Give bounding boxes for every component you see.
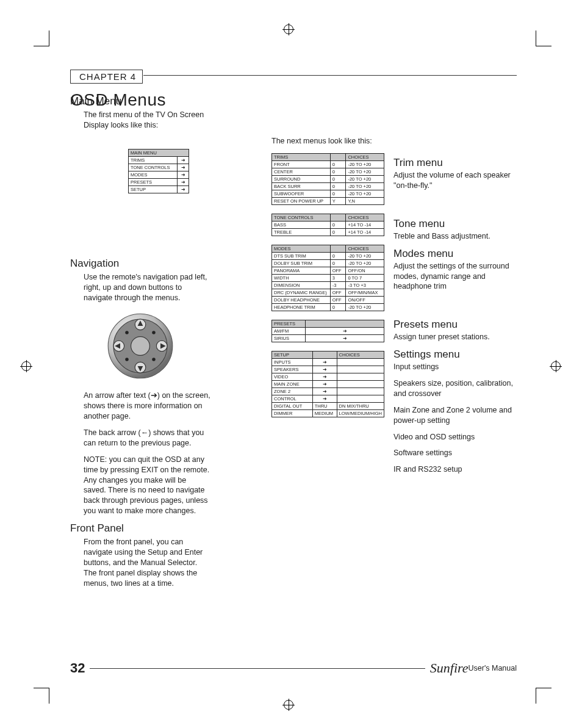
crop-mark: [34, 688, 49, 704]
svg-point-11: [125, 331, 129, 335]
settings-menu-heading: Settings menu: [393, 348, 516, 361]
navigation-heading: Navigation: [70, 258, 210, 270]
svg-point-2: [131, 337, 150, 356]
front-panel-heading: Front Panel: [70, 522, 210, 535]
chapter-label: CHAPTER 4: [70, 70, 143, 84]
registration-mark-icon: [284, 700, 293, 710]
modes-menu-text: Adjust the settings of the surround mode…: [393, 261, 516, 292]
page-number: 32: [70, 660, 85, 676]
trim-menu-text: Adjust the volume of each speaker "on-th…: [393, 170, 516, 191]
registration-mark-icon: [21, 361, 31, 371]
trims-table: TRIMSCHOICESFRONT0-20 TO +20CENTER0-20 T…: [271, 153, 384, 205]
manual-label: User's Manual: [469, 664, 517, 672]
nav-note-exit: NOTE: you can quit the OSD at any time b…: [84, 455, 210, 516]
right-column: Trim menu Adjust the volume of each spea…: [393, 152, 516, 481]
settings-menu-item: Software settings: [393, 448, 516, 458]
front-panel-text: From the front panel, you can navigate u…: [84, 537, 210, 588]
presets-menu-text: Assign tuner preset stations.: [393, 332, 516, 342]
main-menu-table: MAIN MENUTRIMS➜TONE CONTROLS➜MODES➜PRESE…: [128, 149, 189, 193]
settings-menu-list: Input settingsSpeakers size, position, c…: [393, 362, 516, 475]
settings-menu-item: Input settings: [393, 362, 516, 372]
tone-table: TONE CONTROLSCHOICESBASS0+14 TO -14TREBL…: [271, 214, 384, 236]
brand-logo: Sunfire: [430, 660, 469, 676]
trim-menu-heading: Trim menu: [393, 157, 516, 169]
settings-menu-item: Video and OSD settings: [393, 432, 516, 442]
tone-menu-text: Treble and Bass adjustment.: [393, 231, 516, 242]
chapter-row: CHAPTER 4: [70, 70, 517, 82]
content-area: CHAPTER 4 OSD Menus Main Menu The first …: [70, 70, 517, 670]
crop-mark: [536, 31, 551, 46]
settings-menu-item: IR and RS232 setup: [393, 464, 516, 475]
main-menu-text: The first menu of the TV On Screen Displ…: [84, 110, 210, 131]
crop-mark: [34, 31, 49, 46]
nav-note-back-arrow: The back arrow (←) shows that you can re…: [84, 428, 210, 449]
navigation-pad-icon: [107, 312, 174, 380]
navigation-text: Use the remote's navigation pad left, ri…: [84, 272, 210, 303]
modes-table: MODESCHOICESDTS SUB TRIM0-20 TO +20DOLBY…: [271, 245, 384, 311]
setup-table: SETUPCHOICESINPUTS➜SPEAKERS➜VIDEO➜MAIN Z…: [271, 351, 384, 417]
divider: [90, 668, 425, 669]
divider: [143, 75, 517, 76]
page-footer: 32 Sunfire User's Manual: [70, 660, 517, 676]
settings-menu-item: Main Zone and Zone 2 volume and power-up…: [393, 405, 516, 426]
main-menu-heading: Main Menu: [70, 95, 210, 107]
registration-mark-icon: [284, 24, 293, 34]
presets-table: PRESETSAM/FM➜SIRIUS➜: [271, 320, 384, 342]
settings-menu-item: Speakers size, position, calibration, an…: [393, 378, 516, 399]
nav-note-forward-arrow: An arrow after text (➔) on the screen, s…: [84, 391, 210, 422]
page: CHAPTER 4 OSD Menus Main Menu The first …: [0, 0, 582, 728]
presets-menu-heading: Presets menu: [393, 319, 516, 331]
tone-menu-heading: Tone menu: [393, 218, 516, 230]
svg-point-12: [152, 331, 156, 335]
svg-point-14: [152, 358, 156, 362]
modes-menu-heading: Modes menu: [393, 248, 516, 260]
middle-column: TRIMSCHOICESFRONT0-20 TO +20CENTER0-20 T…: [271, 141, 384, 426]
svg-point-13: [125, 358, 129, 362]
crop-mark: [536, 688, 551, 704]
registration-mark-icon: [551, 361, 561, 371]
